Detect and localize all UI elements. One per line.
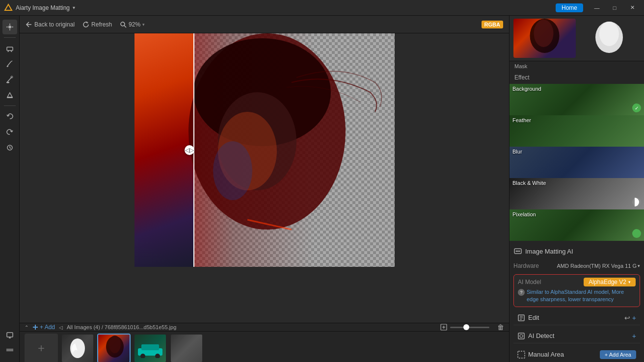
zoom-control[interactable]: 92% ▾ <box>120 21 145 28</box>
effects-panel: Effect Background ✓ Feather Blur Black &… <box>510 71 644 241</box>
back-to-original-label: Back to original <box>34 21 75 28</box>
redo-button[interactable] <box>2 125 17 139</box>
svg-rect-55 <box>518 333 524 339</box>
image-container: ◁▷ <box>134 33 395 267</box>
refresh-icon <box>82 21 89 28</box>
history-button[interactable] <box>2 140 17 155</box>
ai-model-selector: AI Model AlphaEdge V2 ▾ ? Similar to Alp… <box>513 274 640 307</box>
zoom-value: 92% <box>129 21 140 28</box>
canvas-toolbar: Back to original Refresh 92% ▾ RGBA <box>20 16 509 33</box>
divider-handle[interactable]: ◁▷ <box>185 145 194 155</box>
bottom-strip: ⌃ + Add ◁ All Images (4) / 768f85861016.… <box>20 323 509 362</box>
svg-rect-17 <box>7 333 13 337</box>
pen-tool-button[interactable] <box>2 56 17 71</box>
edit-section-right: ↩ + <box>624 314 636 322</box>
thumbnail-2[interactable] <box>97 334 131 362</box>
image-nav-left-button[interactable]: ◁ <box>59 325 63 330</box>
hardware-value[interactable]: AMD Radeon(TM) RX Vega 11 G ▾ <box>557 263 640 269</box>
screen-button[interactable] <box>2 328 17 342</box>
preview-top <box>510 16 644 61</box>
canvas-viewport[interactable]: ◁▷ <box>20 33 509 323</box>
svg-point-23 <box>121 22 125 26</box>
ai-model-name: AlphaEdge V2 <box>589 279 626 285</box>
thumb-2-preview <box>98 335 131 362</box>
ai-detect-icon <box>517 332 525 340</box>
tool-divider-1 <box>4 37 16 38</box>
canvas-divider: ◁▷ <box>193 33 194 267</box>
titlebar: Aiarty Image Matting ▾ Home — □ ✕ <box>0 0 644 16</box>
svg-point-44 <box>534 20 554 47</box>
svg-point-50 <box>519 251 520 252</box>
effects-label: Effect <box>510 71 644 84</box>
ai-model-dropdown-icon: ▾ <box>628 280 631 284</box>
zoom-slider-area <box>440 324 489 331</box>
svg-rect-57 <box>518 351 525 358</box>
fill-tool-button[interactable] <box>2 88 17 103</box>
image-view-icon <box>440 324 447 331</box>
preview-rgba <box>513 19 576 58</box>
svg-point-1 <box>8 26 11 28</box>
ai-detect-label: AI Detect <box>528 332 554 339</box>
eraser-tool-button[interactable] <box>2 41 17 55</box>
svg-line-10 <box>11 61 12 62</box>
ai-model-header: Image Matting AI <box>513 245 640 258</box>
effect-pixelation[interactable]: Pixelation <box>510 209 644 241</box>
portrait-fade <box>193 33 395 267</box>
close-button[interactable]: ✕ <box>624 3 640 13</box>
preview-mask <box>578 19 640 58</box>
svg-point-48 <box>516 251 517 252</box>
maximize-button[interactable]: □ <box>607 3 622 13</box>
refresh-button[interactable]: Refresh <box>82 21 112 28</box>
ai-panel: Image Matting AI Hardware AMD Radeon(TM)… <box>510 241 644 362</box>
back-to-original-button[interactable]: Back to original <box>26 21 75 28</box>
titlebar-right: Home — □ ✕ <box>556 3 640 13</box>
move-tool-button[interactable] <box>2 20 17 34</box>
effect-background[interactable]: Background ✓ <box>510 84 644 115</box>
thumbnail-4[interactable] <box>170 334 203 362</box>
toggle-strip-button[interactable]: ⌃ <box>25 325 28 330</box>
effect-bw[interactable]: Black & White <box>510 178 644 209</box>
ai-model-hint: ? Similar to AlphaStandard AI model, Mor… <box>518 288 636 304</box>
edit-section: Edit ↩ + <box>513 311 640 325</box>
all-images-text: All Images (4) <box>67 324 100 330</box>
ai-detect-section: AI Detect + <box>513 329 640 343</box>
svg-line-24 <box>124 26 126 27</box>
effect-blur[interactable]: Blur <box>510 147 644 178</box>
edit-add-icon[interactable]: + <box>632 314 636 322</box>
delete-image-button[interactable]: 🗑 <box>497 323 504 331</box>
svg-point-38 <box>109 336 121 353</box>
add-thumbnail-button[interactable]: + <box>25 334 58 362</box>
undo-button[interactable] <box>2 109 17 124</box>
edit-undo-icon[interactable]: ↩ <box>624 314 630 322</box>
svg-rect-40 <box>141 344 159 350</box>
edit-icon <box>517 314 525 322</box>
svg-point-56 <box>520 335 523 337</box>
hardware-label: Hardware <box>513 262 539 269</box>
collapse-toolbar-button[interactable] <box>2 343 17 358</box>
add-label: + Add <box>40 324 55 331</box>
ai-model-selector-row: AI Model AlphaEdge V2 ▾ <box>518 278 636 286</box>
add-image-button[interactable]: + Add <box>32 324 55 331</box>
titlebar-dropdown-icon[interactable]: ▾ <box>73 5 75 10</box>
thumbnail-1[interactable] <box>61 334 94 362</box>
manual-area-label: Manual Area <box>528 351 564 358</box>
svg-rect-6 <box>7 47 13 51</box>
effect-background-check: ✓ <box>632 103 641 112</box>
zoom-dropdown-icon[interactable]: ▾ <box>142 22 145 27</box>
add-area-button[interactable]: + Add Area <box>600 350 636 359</box>
brush-tool-button[interactable] <box>2 72 17 87</box>
hardware-dropdown-icon: ▾ <box>638 263 640 268</box>
ai-model-value-button[interactable]: AlphaEdge V2 ▾ <box>584 278 636 286</box>
thumbnail-strip: + <box>20 332 509 362</box>
minimize-button[interactable]: — <box>589 3 605 13</box>
preview-rgba-image <box>513 19 576 58</box>
ai-detect-add-icon[interactable]: + <box>632 332 636 340</box>
app-title: Aiarty Image Matting <box>16 4 70 11</box>
thumbnail-3[interactable] <box>134 334 167 362</box>
effect-feather[interactable]: Feather <box>510 115 644 147</box>
left-toolbar <box>0 16 20 362</box>
home-button[interactable]: Home <box>556 3 583 12</box>
thumb-2-inner <box>98 335 130 362</box>
thumbnail-size-slider[interactable] <box>450 327 489 328</box>
svg-line-11 <box>7 66 8 67</box>
